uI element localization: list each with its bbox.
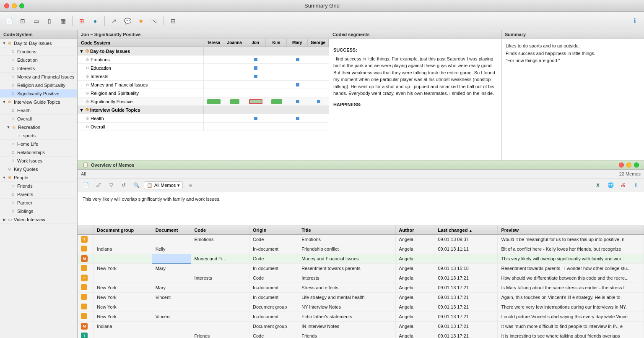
memo-row-indiana-notes[interactable]: M Indiana Document group IN Interview No… [78,322,644,331]
code-3: Money and Fi... [191,254,249,264]
memo-list-button[interactable]: ≡ [185,180,195,190]
last-changed-6: 09.01.13 17:21 [434,283,498,293]
code-2 [191,244,249,254]
memo-row-indiana-kelly[interactable]: Indiana Kelly In-document Friendship con… [78,244,644,254]
tree-item-interests[interactable]: ⊙ Interests [0,64,77,73]
col-doc-group[interactable]: Document group [93,226,152,235]
memo-edit-button[interactable]: 🖊 [93,180,104,190]
info-button[interactable]: ℹ [629,15,641,27]
print-button[interactable]: 🖨 [618,180,628,190]
col-preview[interactable]: Preview [498,226,644,235]
grid-row-emotions[interactable]: ⊙ Emotions [78,55,329,64]
col-title[interactable]: Title [298,226,395,235]
all-memos-dropdown[interactable]: 📋 All Memos ▾ [144,181,183,189]
export-web-button[interactable]: 🌐 [605,180,615,190]
grid-row-interview[interactable]: ▼ ⊕ Interview Guide Topics [78,106,329,114]
filter-reset-button[interactable]: ↺ [119,180,129,190]
memo-row-interests[interactable]: ? Interests Code Interests Angela 09.01.… [78,273,644,283]
grid2-button[interactable]: ⊟ [167,15,179,27]
grid-row-interests[interactable]: ⊙ Interests [78,72,329,81]
tree-item-video[interactable]: ▶ ▭ Video Interview [0,215,77,224]
color-grid-button[interactable]: ⊞ [76,15,88,27]
tree-item-religion[interactable]: ⊙ Religion and Spirituality [0,81,77,89]
memo-row-ny-vincent-echo[interactable]: New York Vincent In-document Echo father… [78,312,644,322]
memos-maximize-button[interactable] [634,162,639,168]
col-header-joanna: Joanna [224,39,245,47]
dot-emotions-jon [254,58,257,61]
split-h-button[interactable]: ▭ [30,15,42,27]
toolbar-sep-3 [164,16,164,26]
grid-row-overall[interactable]: ⊙ Overall [78,123,329,131]
memo-row-emotions[interactable]: ? Emotions Code Emotions Angela 09.01.13… [78,235,644,244]
code-icon-keyquotes: ⊙ [7,166,13,172]
tree-label-recreation: Recreation [18,125,77,130]
badge-doc-6 [81,284,87,290]
tree-item-keyquotes[interactable]: ⊙ Key Quotes [0,165,77,173]
title-9: Echo father's statements [298,312,395,322]
memo-button[interactable]: 💬 [122,15,133,27]
memo-info-button[interactable]: ℹ [631,180,641,190]
tree-item-money[interactable]: ⊙ Money and Financial Issues [0,73,77,81]
memos-close-button[interactable] [619,162,624,168]
tree-item-partner[interactable]: ⊙ Partner [0,199,77,207]
tree-item-people[interactable]: ▼ ⊕ People [0,173,77,182]
code-button[interactable]: ⌥ [148,15,160,27]
tree-item-sig-positive[interactable]: ⊙ Significantly Positive [0,89,77,98]
close-button[interactable] [4,3,9,8]
memo-new-button[interactable]: 📄 [81,180,91,190]
export-excel-button[interactable]: X [593,180,603,190]
tree-item-relationships[interactable]: ⊙ Relationships [0,148,77,157]
split-v-button[interactable]: ▯ [44,15,55,27]
col-author[interactable]: Author [395,226,434,235]
grid-row-education[interactable]: ⊙ Education [78,64,329,72]
grid-row-money[interactable]: ⊙ Money and Financial Issues [78,81,329,89]
minimize-button[interactable] [12,3,17,8]
maximize-button[interactable] [19,3,24,8]
tree-item-homelife[interactable]: ⊙ Home Life [0,140,77,148]
tree-item-parents[interactable]: ⊙ Parents [0,190,77,199]
code-icon-homelife: ⊙ [10,141,16,147]
tree-item-day-to-day[interactable]: ▼ ⊕ Day-to-Day Issues [0,39,77,47]
grid-row-health[interactable]: ⊙ Health [78,114,329,123]
memo-count: 22 Memos [619,171,641,176]
memos-toolbar: All 22 Memos [78,170,644,178]
memo-row-ny-mary[interactable]: New York Mary In-document Resentment tow… [78,264,644,273]
badge-doc-2 [81,246,87,252]
memos-minimize-button[interactable] [626,162,631,168]
search-button[interactable]: 🔍 [131,180,141,190]
badge-question-1: ? [81,236,88,243]
export-button[interactable]: ↗ [108,15,120,27]
author-8: Angela [395,302,434,312]
tree-item-emotions[interactable]: ⊙ Emotions [0,47,77,56]
tree-label-partner: Partner [17,200,77,205]
tree-item-siblings[interactable]: ⊙ Siblings [0,207,77,215]
filter-button[interactable]: ▽ [106,180,116,190]
grid-button[interactable]: ▦ [57,15,69,27]
tree-item-interview-guide[interactable]: ▼ ⊕ Interview Guide Topics [0,98,77,106]
tree-item-work[interactable]: ⊙ Work Issues [0,157,77,165]
dot-button[interactable]: ● [89,15,101,27]
col-code[interactable]: Code [191,226,249,235]
col-document[interactable]: Document [152,226,191,235]
tree-item-sports[interactable]: ○ sports [0,131,77,140]
memo-row-ny-notes[interactable]: New York Document group NY Interview Not… [78,302,644,312]
tab-button[interactable]: ⊡ [17,15,29,27]
grid-row-religion[interactable]: ⊙ Religion and Spirituality [78,89,329,97]
folder-icon-interview-guide: ⊕ [7,99,13,105]
grid-row-sig-positive[interactable]: ⊙ Significantly Positive [78,97,329,106]
tree-item-education[interactable]: ⊙ Education [0,56,77,64]
grid-row-day-to-day[interactable]: ▼ ⊕ Day-to-Day Issues [78,47,329,55]
star-button[interactable]: ★ [135,15,147,27]
col-origin[interactable]: Origin [249,226,298,235]
tree-item-overall[interactable]: ⊙ Overall [0,115,77,123]
tree-item-friends[interactable]: ⊙ Friends [0,182,77,190]
tree-item-health[interactable]: ⊙ Health [0,106,77,115]
code-icon-friends: ⊙ [10,183,16,189]
memo-row-ny-vincent-life[interactable]: New York Vincent In-document Life strate… [78,293,644,302]
new-doc-button[interactable]: 📄 [3,15,15,27]
memo-row-ny-mary-stress[interactable]: New York Mary In-document Stress and eff… [78,283,644,293]
tree-item-recreation[interactable]: ▼ ⊕ Recreation [0,123,77,131]
memo-row-friends[interactable]: T Friends Code Friends Angela 09.01.13 1… [78,331,644,338]
memo-row-money[interactable]: M Money and Fi... Code Money and Financi… [78,254,644,264]
col-last-changed[interactable]: Last changed ▲ [434,226,498,235]
